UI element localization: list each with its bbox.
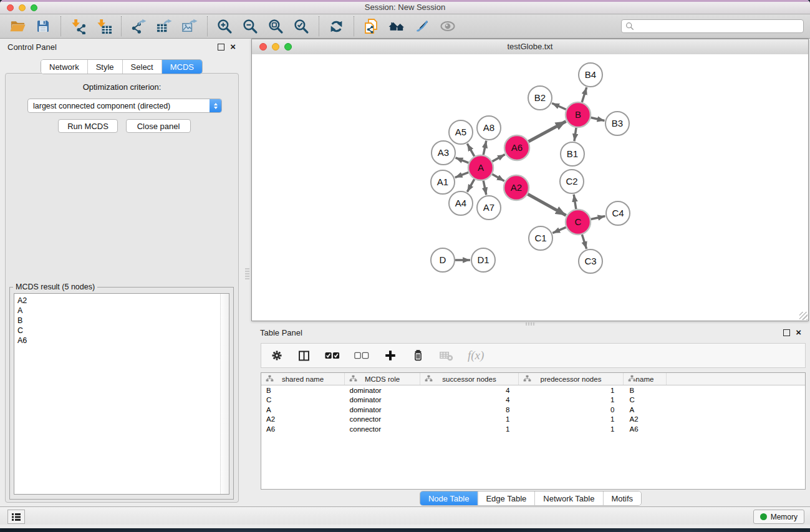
node-C3[interactable]: C3 bbox=[579, 249, 602, 273]
cell-name[interactable]: A bbox=[624, 405, 667, 415]
cell-successor-nodes[interactable]: 8 bbox=[420, 405, 519, 415]
search-field[interactable] bbox=[621, 19, 804, 33]
tab-select[interactable]: Select bbox=[122, 60, 162, 74]
cell-MCDS-role[interactable]: dominator bbox=[345, 385, 420, 395]
edge-A-A2[interactable] bbox=[492, 174, 504, 181]
table-row-b[interactable]: Bdominator41B bbox=[261, 385, 805, 395]
create-column-plus-icon[interactable] bbox=[383, 349, 397, 362]
table-row-a[interactable]: Adominator80A bbox=[261, 405, 805, 415]
node-D1[interactable]: D1 bbox=[471, 248, 495, 272]
cell-name[interactable]: A6 bbox=[624, 424, 667, 434]
cell-predecessor-nodes[interactable]: 1 bbox=[519, 395, 624, 405]
node-A6[interactable]: A6 bbox=[504, 135, 529, 160]
cell-shared-name[interactable]: B bbox=[261, 385, 345, 395]
zoom-fit-content-icon[interactable] bbox=[266, 17, 286, 36]
open-session-icon[interactable] bbox=[7, 17, 27, 36]
cell-MCDS-role[interactable]: dominator bbox=[345, 405, 420, 415]
column-header-name[interactable]: name bbox=[624, 373, 667, 385]
import-network-icon[interactable] bbox=[68, 17, 88, 36]
node-B3[interactable]: B3 bbox=[605, 112, 629, 135]
tab-node-table[interactable]: Node Table bbox=[420, 491, 478, 505]
edge-A-A3[interactable] bbox=[455, 158, 468, 163]
network-window-titlebar[interactable]: testGlobe.txt bbox=[252, 39, 808, 55]
table-row-a2[interactable]: A2connector11A2 bbox=[261, 415, 805, 425]
node-B2[interactable]: B2 bbox=[528, 86, 552, 110]
tab-edge-table[interactable]: Edge Table bbox=[477, 491, 534, 505]
tab-mcds[interactable]: MCDS bbox=[162, 60, 202, 74]
search-input[interactable] bbox=[637, 21, 799, 31]
edge-C-C4[interactable] bbox=[591, 216, 605, 219]
zoom-in-icon[interactable] bbox=[215, 17, 234, 36]
mcds-result-listbox[interactable]: A2ABCA6 bbox=[14, 293, 229, 495]
edge-B-B4[interactable] bbox=[582, 87, 586, 102]
node-B4[interactable]: B4 bbox=[579, 63, 602, 87]
close-table-panel-icon[interactable]: × bbox=[796, 329, 801, 336]
cell-predecessor-nodes[interactable]: 0 bbox=[519, 405, 624, 415]
column-header-successor-nodes[interactable]: successor nodes bbox=[420, 373, 519, 385]
float-table-panel-icon[interactable] bbox=[783, 329, 790, 336]
column-header-predecessor-nodes[interactable]: predecessor nodes bbox=[519, 373, 624, 385]
result-item-a6[interactable]: A6 bbox=[14, 336, 229, 346]
tab-style[interactable]: Style bbox=[87, 60, 122, 74]
node-A1[interactable]: A1 bbox=[431, 170, 455, 194]
float-panel-icon[interactable] bbox=[218, 44, 224, 51]
node-C1[interactable]: C1 bbox=[529, 226, 552, 250]
edge-A-A6[interactable] bbox=[492, 155, 504, 162]
node-B[interactable]: B bbox=[566, 102, 591, 127]
cell-MCDS-role[interactable]: connector bbox=[345, 415, 420, 425]
zoom-selected-icon[interactable] bbox=[291, 17, 311, 36]
edge-C-C3[interactable] bbox=[582, 235, 586, 249]
export-table-icon[interactable] bbox=[154, 17, 174, 36]
cell-MCDS-role[interactable]: connector bbox=[345, 424, 420, 434]
column-header-MCDS-role[interactable]: MCDS role bbox=[345, 373, 420, 385]
cell-name[interactable]: A2 bbox=[624, 415, 667, 425]
cell-predecessor-nodes[interactable]: 1 bbox=[519, 385, 624, 395]
edge-A-A5[interactable] bbox=[467, 143, 474, 156]
node-A4[interactable]: A4 bbox=[449, 191, 473, 215]
node-B1[interactable]: B1 bbox=[561, 142, 584, 166]
cell-successor-nodes[interactable]: 4 bbox=[420, 395, 519, 405]
edge-A-A1[interactable] bbox=[455, 172, 469, 177]
network-canvas[interactable]: AA1A2A3A4A5A6A7A8BB1B2B3B4CC1C2C3C4DD1 bbox=[252, 54, 808, 321]
show-hide-view-icon[interactable] bbox=[438, 17, 458, 36]
close-panel-icon[interactable]: × bbox=[230, 44, 236, 50]
tab-network-table[interactable]: Network Table bbox=[534, 491, 602, 505]
cell-shared-name[interactable]: A2 bbox=[261, 415, 345, 425]
edge-A-A7[interactable] bbox=[483, 181, 486, 195]
edge-A6-B[interactable] bbox=[528, 121, 566, 142]
edge-B-B2[interactable] bbox=[552, 103, 566, 109]
tab-motifs[interactable]: Motifs bbox=[602, 491, 641, 505]
export-network-icon[interactable] bbox=[128, 17, 148, 36]
zoom-out-icon[interactable] bbox=[240, 17, 260, 36]
task-history-button[interactable] bbox=[7, 510, 25, 524]
cell-MCDS-role[interactable]: dominator bbox=[345, 395, 420, 405]
node-A3[interactable]: A3 bbox=[432, 141, 455, 165]
node-C2[interactable]: C2 bbox=[560, 170, 584, 193]
run-mcds-button[interactable]: Run MCDS bbox=[58, 119, 118, 133]
node-A8[interactable]: A8 bbox=[477, 116, 501, 140]
cell-successor-nodes[interactable]: 1 bbox=[420, 424, 519, 434]
cell-predecessor-nodes[interactable]: 1 bbox=[519, 415, 624, 425]
export-image-icon[interactable] bbox=[180, 17, 200, 36]
hide-graphics-details-icon[interactable] bbox=[412, 17, 432, 36]
cell-shared-name[interactable]: A6 bbox=[261, 424, 345, 434]
node-D[interactable]: D bbox=[431, 248, 455, 272]
table-settings-gear-icon[interactable] bbox=[271, 349, 283, 362]
cell-name[interactable]: B bbox=[624, 385, 667, 395]
node-A[interactable]: A bbox=[468, 155, 493, 180]
result-scrollbar[interactable] bbox=[220, 294, 229, 494]
node-C[interactable]: C bbox=[566, 210, 591, 235]
node-A5[interactable]: A5 bbox=[449, 120, 473, 144]
node-C4[interactable]: C4 bbox=[606, 201, 630, 225]
memory-button[interactable]: Memory bbox=[753, 510, 804, 524]
edge-A-A4[interactable] bbox=[467, 179, 474, 191]
cell-shared-name[interactable]: A bbox=[261, 405, 345, 415]
edge-B-B3[interactable] bbox=[591, 118, 604, 121]
tab-network[interactable]: Network bbox=[41, 60, 87, 74]
cell-successor-nodes[interactable]: 4 bbox=[420, 385, 519, 395]
result-item-c[interactable]: C bbox=[14, 326, 229, 336]
resize-grip-icon[interactable] bbox=[799, 312, 808, 320]
table-row-a6[interactable]: A6connector11A6 bbox=[261, 424, 805, 434]
result-item-a[interactable]: A bbox=[14, 306, 229, 316]
vertical-splitter-handle[interactable] bbox=[245, 268, 249, 279]
